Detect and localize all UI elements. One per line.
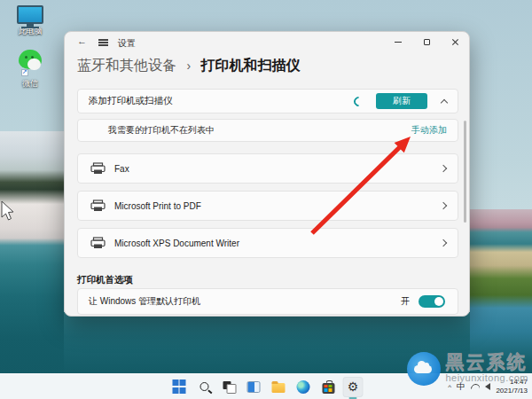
minimize-icon <box>395 42 402 43</box>
printer-name: Microsoft Print to PDF <box>114 201 441 211</box>
chevron-right-icon <box>440 165 447 172</box>
printer-not-listed-row: 我需要的打印机不在列表中 手动添加 <box>77 119 458 142</box>
breadcrumb-parent[interactable]: 蓝牙和其他设备 <box>77 58 176 73</box>
toggle-knob <box>434 297 443 306</box>
taskbar-task-view-button[interactable] <box>219 377 239 397</box>
add-printer-expander[interactable]: 添加打印机或扫描仪 刷新 <box>77 89 458 113</box>
taskbar-store-button[interactable] <box>318 377 339 397</box>
default-printer-row: 让 Windows 管理默认打印机 开 <box>77 288 458 315</box>
printer-name: Microsoft XPS Document Writer <box>114 239 441 248</box>
printer-preferences-heading: 打印机首选项 <box>77 274 133 286</box>
taskbar-edge-button[interactable] <box>293 377 314 397</box>
task-view-icon <box>223 381 235 392</box>
minimize-button[interactable] <box>384 32 412 52</box>
desktop-icon-this-pc[interactable]: 此电脑 <box>5 5 55 37</box>
wechat-label: 微信 <box>5 78 55 90</box>
gear-icon: ⚙ <box>348 380 359 393</box>
searching-spinner-icon <box>352 94 366 108</box>
chevron-right-icon <box>440 202 447 209</box>
breadcrumb: 蓝牙和其他设备 › 打印机和扫描仪 <box>77 57 301 75</box>
printer-row-xps-writer[interactable]: Microsoft XPS Document Writer <box>77 228 458 258</box>
edge-browser-icon <box>297 380 310 394</box>
printer-icon <box>90 237 106 249</box>
printer-not-listed-label: 我需要的打印机不在列表中 <box>108 124 411 137</box>
file-explorer-icon <box>272 383 286 393</box>
widgets-icon <box>247 381 261 393</box>
taskbar-start-button[interactable] <box>169 377 190 397</box>
shortcut-arrow-icon <box>21 69 28 76</box>
default-printer-toggle[interactable] <box>419 295 445 308</box>
scrollbar-thumb[interactable] <box>464 121 466 223</box>
titlebar[interactable]: ← 设置 <box>65 32 469 53</box>
add-manually-link[interactable]: 手动添加 <box>411 124 447 137</box>
breadcrumb-separator-icon: › <box>186 59 191 73</box>
close-icon <box>451 38 459 46</box>
printer-row-fax[interactable]: Fax <box>77 153 458 184</box>
desktop-wallpaper-right-shore <box>470 209 532 374</box>
page-title: 打印机和扫描仪 <box>201 58 301 73</box>
add-printer-label: 添加打印机或扫描仪 <box>89 95 354 107</box>
window-title: 设置 <box>118 37 136 50</box>
desktop-icon-wechat[interactable]: 微信 <box>5 50 55 90</box>
chevron-right-icon <box>440 239 447 246</box>
taskbar-search-button[interactable] <box>194 377 215 397</box>
desktop-wallpaper-left-mountain <box>0 131 64 374</box>
wechat-small-bubble-icon <box>27 59 41 70</box>
printer-row-print-to-pdf[interactable]: Microsoft Print to PDF <box>77 191 458 221</box>
hamburger-menu-icon[interactable] <box>98 39 108 46</box>
chevron-up-icon[interactable] <box>441 98 448 106</box>
tray-date: 2021/7/13 <box>496 387 528 395</box>
microsoft-store-icon <box>322 383 334 394</box>
heiyun-cloud-logo-icon <box>407 352 441 386</box>
refresh-button[interactable]: 刷新 <box>376 93 427 109</box>
heiyun-watermark: 黑云系统 heiyunxitong.com <box>407 352 528 386</box>
maximize-button[interactable] <box>412 32 441 52</box>
watermark-title: 黑云系统 <box>445 352 528 371</box>
printer-icon <box>90 200 106 212</box>
taskbar-widgets-button[interactable] <box>244 377 264 397</box>
this-pc-icon <box>17 5 43 24</box>
windows-start-icon <box>172 379 186 394</box>
printer-name: Fax <box>114 164 441 174</box>
watermark-url: heiyunxitong.com <box>445 373 528 383</box>
taskbar-file-explorer-button[interactable] <box>269 377 289 397</box>
toggle-state-label: 开 <box>401 295 410 308</box>
maximize-icon <box>424 39 430 45</box>
printer-icon <box>90 162 106 175</box>
taskbar-settings-button[interactable]: ⚙ <box>343 377 364 397</box>
default-printer-label: 让 Windows 管理默认打印机 <box>89 295 401 308</box>
close-button[interactable] <box>441 32 469 52</box>
settings-window: ← 设置 蓝牙和其他设备 › 打印机和扫描仪 添加打印机或扫描仪 刷新 我需要的… <box>64 31 470 317</box>
back-icon[interactable]: ← <box>77 35 87 46</box>
search-icon <box>200 382 208 391</box>
